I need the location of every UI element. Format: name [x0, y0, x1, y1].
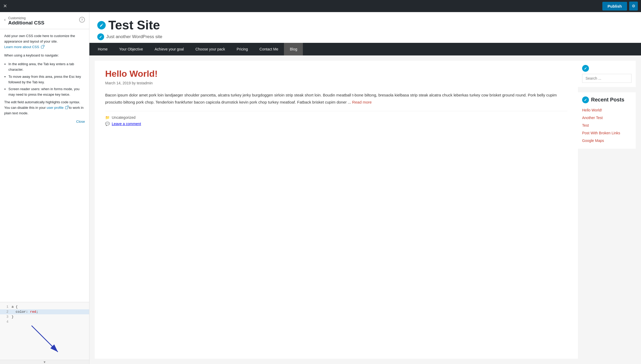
back-arrow-icon[interactable]: ‹ [4, 17, 6, 22]
panel-title-group: Customizing Additional CSS [8, 16, 79, 26]
content-wrapper: Hello World! March 14, 2019 by testadmin… [89, 55, 641, 364]
nav-item-pricing[interactable]: Pricing [231, 43, 254, 55]
search-box[interactable] [582, 74, 632, 83]
search-widget [578, 61, 636, 87]
customizing-label: Customizing [8, 16, 79, 20]
scroll-down-arrow-icon: ▼ [0, 360, 89, 364]
nav-item-objective[interactable]: Your Objective [113, 43, 149, 55]
nav-item-pack[interactable]: Choose your pack [190, 43, 231, 55]
post-meta: March 14, 2019 by testadmin [105, 81, 567, 85]
pencil-search-icon [584, 67, 587, 70]
site-tagline-row: Just another WordPress site [97, 33, 162, 40]
panel-title: Additional CSS [8, 20, 79, 26]
recent-post-link-5[interactable]: Google Maps [582, 139, 604, 143]
pencil-icon [99, 23, 104, 27]
keyboard-tip-2: To move away from this area, press the E… [8, 74, 85, 85]
comment-icon: 💬 [105, 122, 110, 126]
site-nav: Home Your Objective Achieve your goal Ch… [89, 43, 641, 55]
publish-button[interactable]: Publish [602, 2, 627, 11]
post-title: Hello World! [105, 69, 567, 79]
line-number-2: 2 [2, 310, 8, 314]
pencil-recent-icon [584, 98, 587, 101]
gear-button[interactable]: ⚙ [629, 2, 638, 11]
close-button[interactable]: ✕ [3, 4, 7, 8]
code-line-1: 1 a { [0, 304, 89, 309]
leave-comment-link[interactable]: Leave a comment [112, 122, 141, 126]
learn-more-link[interactable]: Learn more about CSS [4, 45, 39, 49]
external-link-icon [41, 46, 44, 48]
keyboard-nav-list: In the editing area, the Tab key enters … [8, 61, 85, 98]
recent-post-item: Post With Broken Links [582, 129, 632, 137]
recent-post-item: Google Maps [582, 137, 632, 145]
site-tagline: Just another WordPress site [106, 34, 162, 39]
annotation-arrow [16, 323, 63, 357]
recent-post-item: Hello World! [582, 106, 632, 114]
folder-icon: 📁 [105, 115, 110, 120]
site-tagline-edit-icon[interactable] [97, 33, 104, 40]
nav-item-goal[interactable]: Achieve your goal [149, 43, 190, 55]
left-panel: ‹ Customizing Additional CSS ? Add your … [0, 12, 89, 364]
keyboard-nav-title: When using a keyboard to navigate: [4, 53, 85, 58]
edit-field-note: The edit field automatically highlights … [4, 100, 85, 116]
code-editor-inner[interactable]: 1 a { 2 color: red; 3 } 4 [0, 302, 89, 360]
recent-post-item: Test [582, 122, 632, 129]
recent-post-link-4[interactable]: Post With Broken Links [582, 131, 620, 135]
code-line-3: 3 } [0, 314, 89, 319]
post-category: 📁 Uncategorized [105, 115, 567, 120]
line-content-3: } [12, 315, 14, 319]
recent-posts-edit-icon[interactable] [582, 96, 589, 103]
post-footer: 📁 Uncategorized 💬 Leave a comment [105, 111, 567, 126]
recent-posts-widget: Recent Posts Hello World! Another Test T… [578, 92, 636, 149]
code-line-4: 4 [0, 319, 89, 324]
help-icon[interactable]: ? [79, 17, 85, 23]
recent-post-link-3[interactable]: Test [582, 123, 589, 127]
preview-area: Test Site Just another WordPress site Ho… [89, 12, 641, 364]
svg-line-1 [32, 326, 58, 352]
nav-item-home[interactable]: Home [92, 43, 113, 55]
sidebar: Recent Posts Hello World! Another Test T… [578, 55, 641, 364]
keyboard-tip-3: Screen reader users: when in forms mode,… [8, 86, 85, 98]
pencil-small-icon [99, 35, 102, 38]
line-number-4: 4 [2, 320, 8, 324]
profile-external-icon [65, 106, 68, 109]
description-text: Add your own CSS code here to customize … [4, 33, 85, 50]
nav-item-blog[interactable]: Blog [284, 43, 303, 55]
site-title-edit-icon[interactable] [97, 21, 106, 29]
user-profile-link[interactable]: user profile [47, 106, 63, 110]
panel-body: Add your own CSS code here to customize … [0, 29, 89, 302]
read-more-link[interactable]: Read more [352, 100, 372, 104]
panel-bottom-scroll[interactable]: ▼ [0, 360, 89, 364]
line-number-3: 3 [2, 315, 8, 319]
line-content-1: a { [12, 305, 18, 309]
panel-header: ‹ Customizing Additional CSS ? [0, 12, 89, 29]
recent-post-link-2[interactable]: Another Test [582, 116, 603, 120]
keyboard-tip-1: In the editing area, the Tab key enters … [8, 61, 85, 73]
recent-posts-title: Recent Posts [582, 96, 632, 103]
nav-item-contact[interactable]: Contact Me [254, 43, 284, 55]
close-link[interactable]: Close [4, 119, 85, 125]
recent-post-item: Another Test [582, 114, 632, 122]
admin-bar: ✕ Publish ⚙ [0, 0, 641, 12]
code-editor[interactable]: 1 a { 2 color: red; 3 } 4 [0, 302, 89, 360]
code-line-2: 2 color: red; [0, 309, 89, 314]
post-comment[interactable]: 💬 Leave a comment [105, 122, 567, 126]
site-title-row: Test Site [97, 18, 160, 32]
main-layout: ‹ Customizing Additional CSS ? Add your … [0, 12, 641, 364]
recent-post-link-1[interactable]: Hello World! [582, 108, 602, 112]
search-widget-edit-icon[interactable] [582, 65, 589, 72]
site-header: Test Site Just another WordPress site [89, 12, 641, 43]
search-input[interactable] [586, 76, 628, 80]
recent-posts-list: Hello World! Another Test Test Post With… [582, 106, 632, 145]
line-number-1: 1 [2, 305, 8, 309]
post-content: Bacon ipsum dolor amet pork loin landjae… [105, 91, 567, 106]
main-content: Hello World! March 14, 2019 by testadmin… [95, 61, 578, 359]
site-title: Test Site [108, 18, 160, 32]
line-content-2: color: red; [12, 310, 38, 314]
